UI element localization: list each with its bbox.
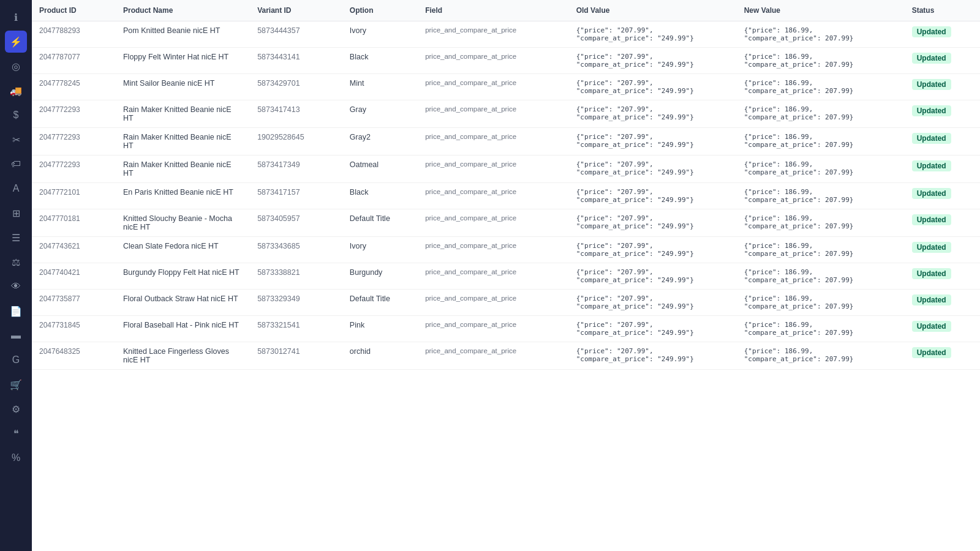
cell-old-value: {"price": "207.99","compare_at_price": "… (569, 156, 737, 183)
tag-discount-icon[interactable]: ✂ (5, 129, 27, 151)
table-row: 2047772293 Rain Maker Knitted Beanie nic… (32, 100, 980, 128)
circle-icon[interactable]: ◎ (5, 55, 27, 77)
grid-icon[interactable]: ⊞ (5, 202, 27, 224)
cell-status: Updated (905, 128, 980, 156)
cell-variant-id: 5873444357 (250, 21, 342, 48)
cell-field: price_and_compare_at_price (418, 342, 569, 370)
cell-option: Mint (342, 74, 418, 100)
info-icon[interactable]: ℹ (5, 6, 27, 28)
cell-product-id: 2047770181 (32, 209, 116, 237)
col-header-old: Old Value (569, 0, 737, 21)
status-badge: Updated (912, 79, 951, 90)
table-body: 2047788293 Pom Knitted Beanie nicE HT 58… (32, 21, 980, 370)
dollar-icon[interactable]: $ (5, 104, 27, 126)
cell-status: Updated (905, 316, 980, 342)
cell-option: orchid (342, 342, 418, 370)
list-icon[interactable]: ☰ (5, 227, 27, 249)
cell-product-id: 2047740421 (32, 263, 116, 290)
truck-icon[interactable]: 🚚 (5, 80, 27, 102)
cell-variant-id: 5873417349 (250, 156, 342, 183)
cell-variant-id: 5873343685 (250, 237, 342, 263)
cell-field: price_and_compare_at_price (418, 156, 569, 183)
status-badge: Updated (912, 53, 951, 64)
status-badge: Updated (912, 242, 951, 253)
cell-product-id: 2047743621 (32, 237, 116, 263)
cell-product-name: Pom Knitted Beanie nicE HT (116, 21, 250, 48)
table-container[interactable]: Product ID Product Name Variant ID Optio… (32, 0, 980, 551)
cell-option: Burgundy (342, 263, 418, 290)
cell-variant-id: 5873417413 (250, 100, 342, 128)
eye-icon[interactable]: 👁 (5, 276, 27, 298)
status-badge: Updated (912, 347, 951, 358)
cell-variant-id: 19029528645 (250, 128, 342, 156)
cell-field: price_and_compare_at_price (418, 128, 569, 156)
cell-product-name: En Paris Knitted Beanie nicE HT (116, 183, 250, 209)
cell-product-id: 2047735877 (32, 290, 116, 316)
status-badge: Updated (912, 188, 951, 199)
cell-option: Default Title (342, 209, 418, 237)
cell-product-name: Mint Sailor Beanie nicE HT (116, 74, 250, 100)
cell-variant-id: 5873338821 (250, 263, 342, 290)
text-icon[interactable]: A (5, 178, 27, 200)
table-row: 2047743621 Clean Slate Fedora nicE HT 58… (32, 237, 980, 263)
main-content: Product ID Product Name Variant ID Optio… (32, 0, 980, 551)
cell-variant-id: 5873417157 (250, 183, 342, 209)
cell-field: price_and_compare_at_price (418, 74, 569, 100)
cell-product-name: Floppy Felt Winter Hat nicE HT (116, 48, 250, 74)
cell-status: Updated (905, 74, 980, 100)
cell-option: Ivory (342, 237, 418, 263)
cell-option: Gray2 (342, 128, 418, 156)
status-badge: Updated (912, 133, 951, 144)
barcode-icon[interactable]: ▬ (5, 324, 27, 347)
cell-field: price_and_compare_at_price (418, 263, 569, 290)
cell-old-value: {"price": "207.99","compare_at_price": "… (569, 290, 737, 316)
cart-icon[interactable]: 🛒 (5, 373, 27, 395)
cell-old-value: {"price": "207.99","compare_at_price": "… (569, 209, 737, 237)
label-icon[interactable]: 🏷 (5, 153, 27, 175)
status-badge: Updated (912, 160, 951, 171)
cell-field: price_and_compare_at_price (418, 290, 569, 316)
cell-field: price_and_compare_at_price (418, 316, 569, 342)
cell-new-value: {"price": 186.99,"compare_at_price": 207… (737, 263, 905, 290)
cell-variant-id: 5873443141 (250, 48, 342, 74)
cell-option: Default Title (342, 290, 418, 316)
cell-new-value: {"price": 186.99,"compare_at_price": 207… (737, 183, 905, 209)
cell-product-id: 2047788293 (32, 21, 116, 48)
lightning-icon[interactable]: ⚡ (5, 31, 27, 53)
cell-old-value: {"price": "207.99","compare_at_price": "… (569, 183, 737, 209)
cell-new-value: {"price": 186.99,"compare_at_price": 207… (737, 48, 905, 74)
cell-product-id: 2047772293 (32, 128, 116, 156)
status-badge: Updated (912, 294, 951, 305)
cell-old-value: {"price": "207.99","compare_at_price": "… (569, 128, 737, 156)
cell-status: Updated (905, 21, 980, 48)
table-header-row: Product ID Product Name Variant ID Optio… (32, 0, 980, 21)
table-row: 2047770181 Knitted Slouchy Beanie - Moch… (32, 209, 980, 237)
status-badge: Updated (912, 105, 951, 116)
cell-field: price_and_compare_at_price (418, 21, 569, 48)
cell-variant-id: 5873405957 (250, 209, 342, 237)
cell-status: Updated (905, 209, 980, 237)
quote-icon[interactable]: ❝ (5, 422, 27, 444)
cell-product-name: Burgundy Floppy Felt Hat nicE HT (116, 263, 250, 290)
g-icon[interactable]: G (5, 349, 27, 371)
cell-status: Updated (905, 100, 980, 128)
col-header-status: Status (905, 0, 980, 21)
data-table: Product ID Product Name Variant ID Optio… (32, 0, 980, 370)
cell-option: Ivory (342, 21, 418, 48)
table-row: 2047772101 En Paris Knitted Beanie nicE … (32, 183, 980, 209)
cell-variant-id: 5873329349 (250, 290, 342, 316)
cell-old-value: {"price": "207.99","compare_at_price": "… (569, 237, 737, 263)
cell-old-value: {"price": "207.99","compare_at_price": "… (569, 342, 737, 370)
table-row: 2047735877 Floral Outback Straw Hat nicE… (32, 290, 980, 316)
col-header-option: Option (342, 0, 418, 21)
col-header-name: Product Name (116, 0, 250, 21)
percent-icon[interactable]: % (5, 447, 27, 469)
cell-product-id: 2047772101 (32, 183, 116, 209)
col-header-variant: Variant ID (250, 0, 342, 21)
balance-icon[interactable]: ⚖ (5, 251, 27, 273)
cell-old-value: {"price": "207.99","compare_at_price": "… (569, 316, 737, 342)
doc-icon[interactable]: 📄 (5, 300, 27, 322)
cell-old-value: {"price": "207.99","compare_at_price": "… (569, 100, 737, 128)
settings-icon[interactable]: ⚙ (5, 398, 27, 420)
cell-field: price_and_compare_at_price (418, 48, 569, 74)
